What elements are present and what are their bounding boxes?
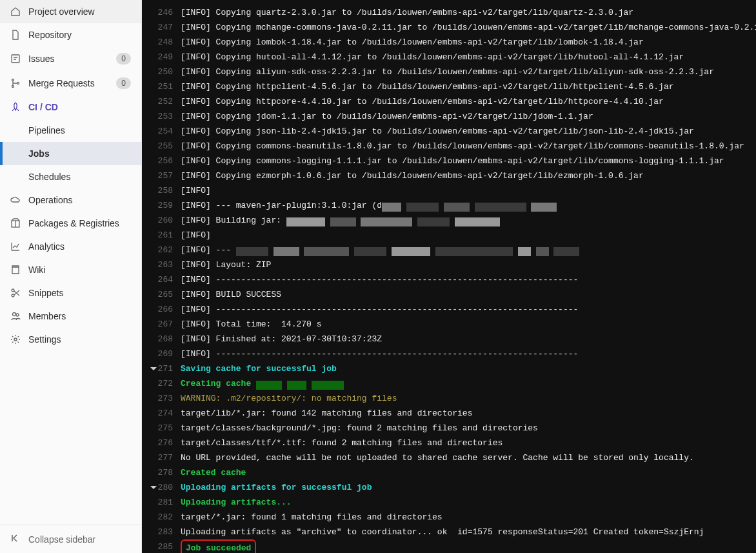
line-number[interactable]: 273 (142, 391, 181, 406)
log-line: 269[INFO] ------------------------------… (142, 347, 756, 361)
log-line: 250[INFO] Copying aliyun-sdk-oss-2.2.3.j… (142, 65, 756, 79)
log-line: 262[INFO] --- (142, 243, 756, 257)
log-line: 285Job succeeded (142, 539, 756, 553)
sidebar-item-schedules[interactable]: Schedules (0, 165, 141, 188)
line-number[interactable]: 255 (142, 139, 181, 154)
job-log[interactable]: 246[INFO] Copying quartz-2.3.0.jar to /b… (142, 0, 756, 553)
log-line: 275target/classes/background/*.jpg: foun… (142, 421, 756, 436)
line-number[interactable]: 280 (142, 480, 181, 495)
log-line: 276target/classes/ttf/*.ttf: found 2 mat… (142, 436, 756, 450)
line-number[interactable]: 261 (142, 228, 181, 243)
log-line: 259[INFO] --- maven-jar-plugin:3.1.0:jar… (142, 198, 756, 213)
log-content: [INFO] BUILD SUCCESS (181, 287, 756, 302)
line-number[interactable]: 257 (142, 168, 181, 183)
sidebar-item-issues[interactable]: Issues0 (0, 46, 141, 71)
log-content: [INFO] Copying json-lib-2.4-jdk15.jar to… (181, 124, 756, 139)
line-number[interactable]: 274 (142, 406, 181, 421)
line-number[interactable]: 281 (142, 495, 181, 510)
log-content: [INFO] ---------------------------------… (181, 347, 756, 361)
sidebar-item-ci-cd[interactable]: CI / CD (0, 96, 141, 119)
line-number[interactable]: 254 (142, 124, 181, 139)
line-number[interactable]: 262 (142, 243, 181, 257)
line-number[interactable]: 253 (142, 109, 181, 124)
line-number[interactable]: 267 (142, 317, 181, 332)
line-number[interactable]: 259 (142, 198, 181, 213)
line-number[interactable]: 260 (142, 213, 181, 228)
line-number[interactable]: 249 (142, 50, 181, 65)
line-number[interactable]: 282 (142, 510, 181, 525)
svg-point-7 (13, 313, 16, 316)
line-number[interactable]: 269 (142, 347, 181, 361)
sidebar-item-jobs[interactable]: Jobs (0, 142, 141, 165)
line-number[interactable]: 272 (142, 376, 181, 391)
line-number[interactable]: 246 (142, 5, 181, 20)
log-content: [INFO] Copying commons-beanutils-1.8.0.j… (181, 139, 756, 154)
sidebar-item-snippets[interactable]: Snippets (0, 281, 141, 305)
log-line: 249[INFO] Copying hutool-all-4.1.12.jar … (142, 50, 756, 65)
sidebar-item-members[interactable]: Members (0, 305, 141, 328)
log-content: [INFO] --- (181, 243, 756, 257)
log-line: 283Uploading artifacts as "archive" to c… (142, 525, 756, 539)
log-content: No URL provided, cache will be not uploa… (181, 450, 756, 465)
collapse-sidebar[interactable]: Collapse sidebar (0, 525, 141, 553)
sidebar-item-analytics[interactable]: Analytics (0, 235, 141, 258)
sidebar-item-operations[interactable]: Operations (0, 188, 141, 212)
line-number[interactable]: 266 (142, 302, 181, 317)
sidebar-item-packages-registries[interactable]: Packages & Registries (0, 212, 141, 235)
log-line: 254[INFO] Copying json-lib-2.4-jdk15.jar… (142, 124, 756, 139)
sidebar-item-pipelines[interactable]: Pipelines (0, 119, 141, 142)
line-number[interactable]: 278 (142, 465, 181, 480)
sidebar-item-label: Settings (28, 334, 131, 345)
line-number[interactable]: 268 (142, 332, 181, 347)
sidebar-item-wiki[interactable]: Wiki (0, 258, 141, 281)
svg-point-1 (12, 79, 14, 81)
log-content: Uploading artifacts for successful job (181, 480, 756, 495)
line-number[interactable]: 265 (142, 287, 181, 302)
line-number[interactable]: 264 (142, 272, 181, 287)
line-number[interactable]: 258 (142, 183, 181, 198)
line-number[interactable]: 263 (142, 257, 181, 272)
line-number[interactable]: 271 (142, 361, 181, 376)
log-content: [INFO] (181, 228, 756, 243)
sidebar-item-label: Packages & Registries (28, 218, 131, 228)
line-number[interactable]: 248 (142, 35, 181, 50)
merge-icon (10, 78, 21, 88)
log-line: 246[INFO] Copying quartz-2.3.0.jar to /b… (142, 5, 756, 20)
log-line: 255[INFO] Copying commons-beanutils-1.8.… (142, 139, 756, 154)
sidebar-item-label: Analytics (28, 241, 131, 252)
line-number[interactable]: 251 (142, 79, 181, 94)
log-line: 280Uploading artifacts for successful jo… (142, 480, 756, 495)
line-number[interactable]: 277 (142, 450, 181, 465)
line-number[interactable]: 276 (142, 436, 181, 450)
issues-icon (10, 54, 21, 64)
line-number[interactable]: 250 (142, 65, 181, 79)
home-icon (10, 6, 21, 17)
svg-point-3 (17, 83, 19, 85)
log-content: [INFO] ---------------------------------… (181, 272, 756, 287)
job-succeeded-highlight: Job succeeded (181, 539, 256, 553)
log-content: [INFO] Copying hutool-all-4.1.12.jar to … (181, 50, 756, 65)
sidebar-item-merge-requests[interactable]: Merge Requests0 (0, 71, 141, 96)
line-number[interactable]: 247 (142, 20, 181, 35)
log-content: Saving cache for successful job (181, 361, 756, 376)
line-number[interactable]: 252 (142, 94, 181, 109)
sidebar-item-label: CI / CD (28, 102, 131, 112)
sidebar-item-label: Members (28, 311, 131, 321)
log-line: 263[INFO] Layout: ZIP (142, 257, 756, 272)
log-line: 274target/lib/*.jar: found 142 matching … (142, 406, 756, 421)
log-line: 273WARNING: .m2/repository/: no matching… (142, 391, 756, 406)
sidebar-item-project-overview[interactable]: Project overview (0, 0, 141, 23)
log-line: 264[INFO] ------------------------------… (142, 272, 756, 287)
line-number[interactable]: 256 (142, 154, 181, 168)
sidebar-item-settings[interactable]: Settings (0, 328, 141, 351)
line-number[interactable]: 285 (142, 539, 181, 553)
sidebar-item-repository[interactable]: Repository (0, 23, 141, 46)
line-number[interactable]: 275 (142, 421, 181, 436)
log-content: target/classes/ttf/*.ttf: found 2 matchi… (181, 436, 756, 450)
log-content: [INFO] (181, 183, 756, 198)
collapse-icon (10, 533, 21, 545)
log-line: 257[INFO] Copying ezmorph-1.0.6.jar to /… (142, 168, 756, 183)
sidebar-item-label: Issues (28, 54, 108, 64)
collapse-label: Collapse sidebar (28, 534, 95, 545)
line-number[interactable]: 283 (142, 525, 181, 539)
